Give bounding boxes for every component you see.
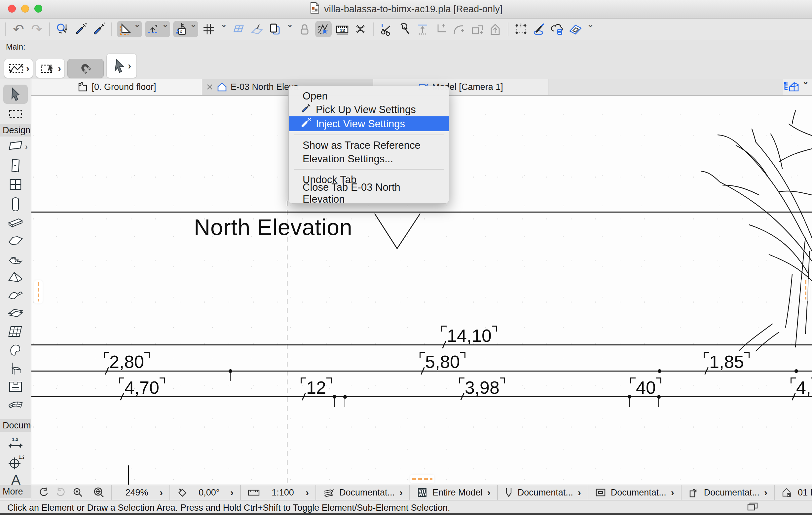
redo-button[interactable]: ↷: [29, 22, 44, 37]
layer-combination-control[interactable]: Documentat...: [588, 485, 682, 500]
cutaway-3d-button[interactable]: [568, 22, 583, 37]
fit-in-window-icon[interactable]: [93, 487, 105, 498]
toolbox-column-tool[interactable]: [10, 196, 21, 212]
toolbox-curtain-wall-tool[interactable]: [8, 325, 23, 338]
dimension-value[interactable]: 1,85: [709, 353, 744, 371]
toolbox-beam-tool[interactable]: [8, 216, 24, 228]
toolbox-level-dimension-tool[interactable]: 1.2: [7, 454, 24, 469]
toolbox-roof-tool[interactable]: [8, 270, 24, 283]
pick-up-parameters-button[interactable]: [73, 22, 88, 37]
mesh-icon: [8, 398, 24, 409]
scale-control[interactable]: 1:100: [241, 485, 316, 500]
close-icon[interactable]: [206, 83, 213, 90]
toolbox-mesh-tool[interactable]: [8, 398, 24, 409]
trim-button[interactable]: [379, 22, 394, 37]
close-window-button[interactable]: [8, 5, 16, 12]
toolbox-window-tool[interactable]: [8, 178, 23, 191]
zoom-level-control[interactable]: 249%: [112, 485, 170, 500]
coordinate-input-dropdown[interactable]: [189, 22, 198, 37]
zoom-to-selection-button[interactable]: [55, 22, 70, 37]
menu-item-inject-view-settings[interactable]: Inject View Settings: [289, 116, 449, 131]
toolbox-object-tool[interactable]: [8, 361, 23, 376]
guide-lines-dropdown[interactable]: [133, 22, 141, 37]
menu-item-open[interactable]: Open: [289, 89, 449, 103]
top-toolbar: ↶ ↷ X:: [0, 19, 812, 40]
toolbar-separator: [111, 23, 112, 36]
menu-item-close-tab[interactable]: Close Tab E-03 North Elevation: [289, 186, 449, 200]
marquee-polyline-button[interactable]: [4, 59, 33, 78]
toolbox-wall-tool[interactable]: [8, 139, 23, 152]
toolbox-shell-tool[interactable]: [8, 289, 24, 301]
dimension-value[interactable]: 12: [306, 378, 326, 396]
corner-intersect-icon: [433, 22, 448, 36]
element-snap-button[interactable]: [267, 22, 283, 37]
magic-wand-toggle[interactable]: [316, 22, 331, 37]
toolbox-section-design: Design: [0, 124, 31, 137]
edit-selection-set-button[interactable]: [513, 22, 528, 37]
undo-button[interactable]: ↶: [11, 22, 26, 37]
toolbox-arrow-tool[interactable]: [3, 85, 28, 104]
intersect-button[interactable]: [433, 22, 448, 37]
fill-display-control[interactable]: Entire Model: [410, 485, 498, 500]
snap-guides-toggle[interactable]: [146, 22, 161, 37]
toolbox-door-tool[interactable]: [10, 158, 21, 173]
skewed-grid-button[interactable]: [231, 22, 246, 37]
orientation-control[interactable]: 0,00°: [170, 485, 241, 500]
renovation-filter-control[interactable]: 01 Existing...: [775, 485, 812, 500]
dimension-value[interactable]: 4,70: [124, 378, 159, 396]
elevate-button[interactable]: [488, 22, 503, 37]
tile-windows-icon[interactable]: [747, 502, 758, 514]
marquee-select-button[interactable]: [36, 59, 65, 78]
annotate-button[interactable]: [531, 22, 547, 37]
resize-button[interactable]: [469, 22, 485, 37]
zoom-window-button[interactable]: [34, 5, 42, 12]
split-button[interactable]: [397, 22, 412, 37]
dimension-guide-button[interactable]: 12: [335, 22, 350, 37]
toolbox-zone-tool[interactable]: [8, 380, 23, 394]
chevron-down-icon[interactable]: [804, 80, 807, 94]
toolbox-slab-tool[interactable]: [8, 235, 24, 247]
toolbox-stair-tool[interactable]: [8, 252, 24, 265]
toolbox-morph-tool[interactable]: [8, 343, 23, 356]
pen-set-control[interactable]: Documentat...: [316, 485, 410, 500]
magnifier-pin-icon: [55, 22, 70, 36]
menu-item-show-as-trace-reference[interactable]: Show as Trace Reference: [289, 138, 449, 152]
menu-item-pick-up-view-settings[interactable]: Pick Up View Settings: [289, 103, 449, 116]
drawing-orientation-control[interactable]: Documentat...: [682, 485, 775, 500]
snap-guides-dropdown[interactable]: [161, 22, 170, 37]
cutaway-3d-dropdown[interactable]: [586, 22, 594, 37]
menu-item-elevation-settings[interactable]: Elevation Settings...: [289, 152, 449, 166]
back-icon[interactable]: [38, 487, 49, 498]
fillet-button[interactable]: [451, 22, 466, 37]
model-view-options-control[interactable]: Documentat...: [498, 485, 588, 500]
dimension-value[interactable]: 4,: [796, 378, 811, 396]
marquee-icon: [8, 108, 23, 120]
dimension-value[interactable]: 14,10: [447, 327, 492, 345]
forward-icon[interactable]: [55, 487, 66, 498]
toolbox-skylight-tool[interactable]: [8, 307, 24, 318]
bim-cloud-button[interactable]: [550, 22, 565, 37]
arrow-tool-button[interactable]: [106, 54, 137, 78]
dimension-value[interactable]: 2,80: [109, 353, 144, 371]
toolbox-dimension-tool[interactable]: 1.2: [7, 436, 24, 450]
dimension-value[interactable]: 40: [636, 378, 656, 396]
stretch-button[interactable]: [353, 22, 368, 37]
inject-parameters-button[interactable]: [91, 22, 106, 37]
snap-magnet-button[interactable]: [67, 59, 104, 78]
zoom-in-icon[interactable]: [72, 487, 84, 498]
minimize-window-button[interactable]: [21, 5, 29, 12]
navigator-icon[interactable]: [783, 80, 802, 93]
gravity-button[interactable]: [249, 22, 264, 37]
lock-button[interactable]: [297, 22, 312, 37]
chevron-right-icon[interactable]: ›: [25, 142, 28, 152]
element-snap-dropdown[interactable]: [285, 22, 294, 37]
dimension-value[interactable]: 5,80: [425, 353, 460, 371]
adjust-button[interactable]: [415, 22, 430, 37]
guide-lines-toggle[interactable]: [118, 22, 133, 37]
toolbox-marquee-tool[interactable]: [8, 108, 23, 120]
coordinate-input-toggle[interactable]: X:: [174, 22, 189, 37]
grid-snap-dropdown[interactable]: [219, 22, 228, 37]
dimension-value[interactable]: 3,98: [465, 378, 499, 396]
grid-snap-button[interactable]: [201, 22, 216, 37]
tab-ground-floor[interactable]: [0. Ground floor]: [31, 79, 202, 95]
